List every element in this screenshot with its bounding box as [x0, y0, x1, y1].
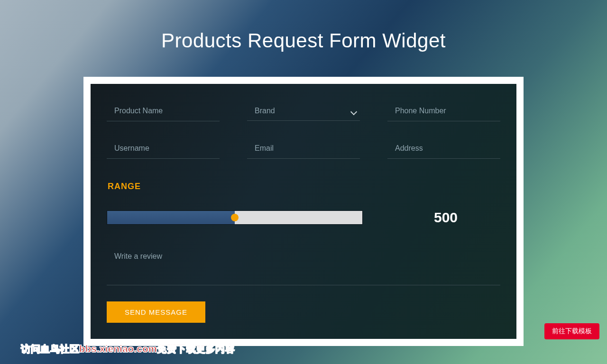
range-row: 500	[107, 209, 500, 226]
slider-fill	[107, 211, 235, 224]
brand-select-wrap: Brand	[247, 107, 360, 121]
username-input[interactable]	[107, 144, 220, 159]
product-name-input[interactable]	[107, 107, 220, 121]
watermark-text: 访问血鸟社区bbs.xieniao.com免费下载更多内容	[21, 343, 235, 355]
range-slider[interactable]	[107, 210, 363, 225]
range-label: RANGE	[108, 182, 500, 191]
email-input[interactable]	[247, 144, 360, 159]
form-card: Brand RANGE	[91, 84, 516, 339]
slider-track	[107, 210, 363, 225]
range-value: 500	[391, 209, 500, 226]
review-textarea[interactable]	[107, 251, 500, 285]
slider-thumb[interactable]	[231, 214, 239, 221]
download-template-button[interactable]: 前往下载模板	[544, 323, 599, 339]
address-input[interactable]	[387, 144, 500, 159]
page-title: Products Request Form Widget	[0, 0, 607, 52]
send-message-button[interactable]: SEND MESSAGE	[107, 301, 205, 323]
brand-select[interactable]: Brand	[247, 107, 360, 121]
form-row-1: Brand	[107, 107, 500, 121]
phone-input[interactable]	[387, 107, 500, 121]
form-card-outer: Brand RANGE	[83, 77, 524, 346]
form-row-2	[107, 144, 500, 159]
